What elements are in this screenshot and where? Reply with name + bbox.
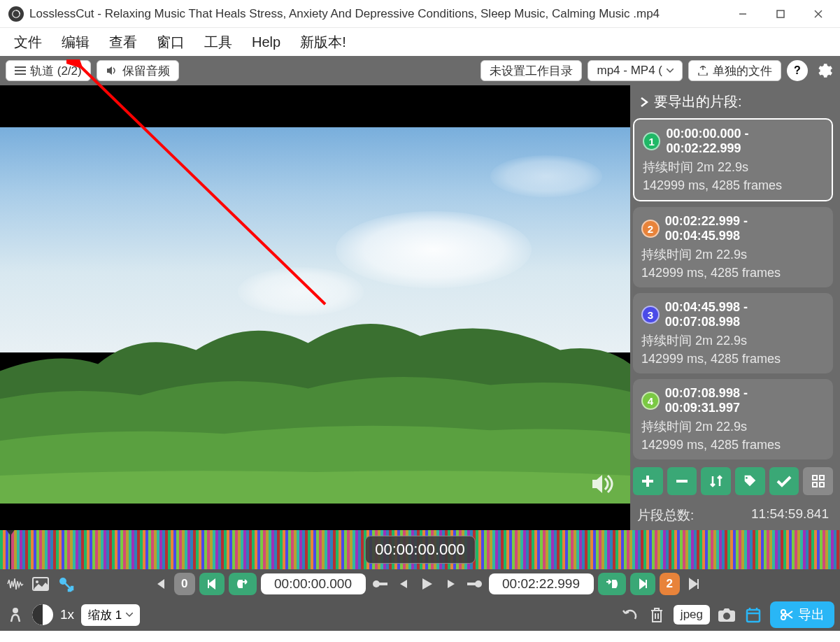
- help-button[interactable]: ?: [787, 60, 808, 81]
- svg-rect-15: [820, 483, 824, 487]
- svg-rect-20: [379, 583, 387, 585]
- minimize-button[interactable]: [724, 0, 762, 28]
- segment-detail: 142999 ms, 4285 frames: [641, 352, 825, 366]
- export-button[interactable]: 导出: [770, 601, 834, 628]
- trash-icon[interactable]: [647, 605, 667, 625]
- segment-1[interactable]: 1 00:00:00.000 - 00:02:22.999 持续时间 2m 22…: [633, 118, 833, 201]
- menu-newversion[interactable]: 新版本!: [292, 29, 355, 56]
- segment-badge: 3: [641, 306, 660, 324]
- start-time-input[interactable]: 00:00:00.000: [261, 573, 366, 594]
- total-segments-value: 11:54:59.841: [751, 506, 829, 525]
- svg-point-11: [746, 477, 748, 479]
- segment-duration: 持续时间 2m 22.9s: [641, 246, 825, 263]
- undo-icon[interactable]: [620, 605, 640, 625]
- chevron-down-icon: [667, 69, 674, 73]
- svg-rect-14: [813, 483, 817, 487]
- segment-detail: 142999 ms, 4285 frames: [641, 438, 825, 452]
- segment-badge: 2: [641, 220, 660, 238]
- workdir-button[interactable]: 未设置工作目录: [480, 60, 582, 81]
- segment-badge: 1: [643, 132, 660, 150]
- segment-3[interactable]: 3 00:04:45.998 - 00:07:08.998 持续时间 2m 22…: [633, 293, 833, 373]
- set-end-button[interactable]: [598, 573, 626, 595]
- segment-2[interactable]: 2 00:02:22.999 - 00:04:45.998 持续时间 2m 22…: [633, 207, 833, 287]
- svg-point-25: [723, 613, 730, 620]
- sort-segments-button[interactable]: [701, 467, 731, 495]
- segments-header[interactable]: 要导出的片段:: [630, 85, 836, 118]
- segment-duration: 持续时间 2m 22.9s: [641, 418, 825, 435]
- zero-button[interactable]: 0: [174, 573, 194, 595]
- capture-format-button[interactable]: jpeg: [674, 605, 710, 625]
- keyframes-icon[interactable]: [56, 574, 76, 594]
- set-start-button[interactable]: [229, 573, 257, 595]
- segment-range: 00:00:00.000 - 00:02:22.999: [666, 127, 823, 156]
- svg-rect-13: [820, 476, 824, 480]
- svg-point-19: [373, 580, 380, 587]
- volume-icon[interactable]: [590, 471, 618, 497]
- menu-view[interactable]: 查看: [101, 29, 145, 56]
- settings-button[interactable]: [813, 60, 834, 81]
- playhead[interactable]: [10, 530, 11, 569]
- batch-icon[interactable]: [743, 605, 763, 625]
- speaker-icon: [106, 65, 118, 76]
- merge-mode-button[interactable]: 单独的文件: [688, 60, 781, 81]
- segment-detail: 142999 ms, 4285 frames: [643, 178, 823, 193]
- menu-tools[interactable]: 工具: [196, 29, 241, 56]
- end-time-input[interactable]: 00:02:22.999: [489, 573, 594, 594]
- segment-duration: 持续时间 2m 22.9s: [643, 159, 823, 176]
- skip-end-button[interactable]: [684, 574, 704, 594]
- speed-label[interactable]: 1x: [60, 607, 74, 622]
- zoom-select[interactable]: 缩放 1: [81, 604, 140, 626]
- tracks-button[interactable]: 轨道 (2/2): [6, 60, 91, 81]
- segment-range: 00:04:45.998 - 00:07:08.998: [665, 300, 825, 329]
- maximize-button[interactable]: [762, 0, 799, 28]
- grid-segments-button[interactable]: [803, 467, 833, 495]
- format-select[interactable]: mp4 - MP4 (: [588, 60, 683, 81]
- segment-range: 00:02:22.999 - 00:04:45.998: [665, 214, 825, 243]
- chevron-right-icon: [640, 97, 648, 108]
- menu-edit[interactable]: 编辑: [53, 29, 98, 56]
- menu-file[interactable]: 文件: [6, 29, 50, 56]
- svg-rect-22: [467, 583, 476, 585]
- svg-point-23: [13, 608, 18, 613]
- tracks-label: 轨道 (2/2): [30, 63, 82, 79]
- app-icon: [8, 6, 24, 22]
- window-title: LosslessCut - Relaxing Music That Heals …: [29, 7, 724, 21]
- keep-audio-label: 保留音频: [122, 63, 170, 79]
- step-forward-button[interactable]: [441, 574, 461, 594]
- skip-start-button[interactable]: [150, 574, 170, 594]
- menu-window[interactable]: 窗口: [148, 29, 193, 56]
- camera-icon[interactable]: [717, 605, 736, 625]
- gear-icon: [815, 62, 833, 80]
- thumbnails-icon[interactable]: [31, 574, 50, 594]
- waveform-icon[interactable]: [6, 574, 25, 594]
- play-button[interactable]: [418, 574, 437, 594]
- svg-point-21: [475, 580, 482, 587]
- tag-segments-button[interactable]: [735, 467, 765, 495]
- segment-duration: 持续时间 2m 22.9s: [641, 332, 825, 349]
- svg-rect-26: [747, 610, 760, 622]
- keep-audio-button[interactable]: 保留音频: [97, 60, 179, 81]
- segment-range: 00:07:08.998 - 00:09:31.997: [665, 386, 825, 415]
- merge-icon: [697, 66, 709, 76]
- next-keyframe-button[interactable]: [630, 573, 655, 595]
- menu-help[interactable]: Help: [243, 30, 289, 55]
- segment-badge[interactable]: 2: [660, 573, 680, 595]
- key-right-icon[interactable]: [465, 574, 485, 594]
- check-segments-button[interactable]: [769, 467, 799, 495]
- prev-keyframe-button[interactable]: [199, 573, 225, 595]
- timeline[interactable]: 00:00:00.000: [0, 530, 840, 569]
- remove-segment-button[interactable]: [667, 467, 697, 495]
- cut-mode-icon[interactable]: [6, 605, 25, 625]
- step-back-button[interactable]: [394, 574, 413, 594]
- close-button[interactable]: [799, 0, 837, 28]
- timeline-timecode: 00:00:00.000: [364, 536, 475, 564]
- segment-badge: 4: [641, 392, 660, 410]
- svg-rect-12: [813, 476, 817, 480]
- add-segment-button[interactable]: [633, 467, 663, 495]
- segment-4[interactable]: 4 00:07:08.998 - 00:09:31.997 持续时间 2m 22…: [633, 379, 833, 459]
- menubar: 文件 编辑 查看 窗口 工具 Help 新版本!: [0, 28, 840, 56]
- key-left-icon[interactable]: [370, 574, 390, 594]
- yinyang-button[interactable]: [32, 604, 53, 625]
- chevron-down-icon: [126, 613, 133, 617]
- video-preview[interactable]: [0, 85, 630, 530]
